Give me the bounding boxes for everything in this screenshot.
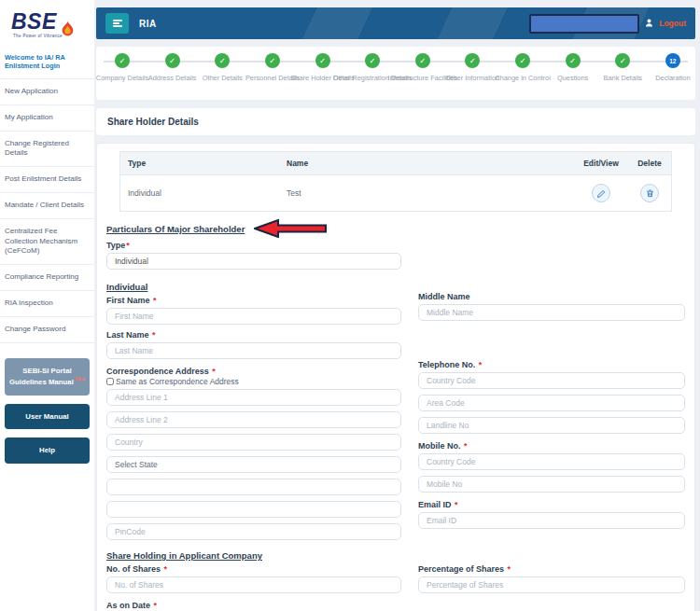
country-field[interactable] xyxy=(106,434,401,451)
logout-link[interactable]: Logout xyxy=(659,19,686,28)
col-header-type: Type xyxy=(120,152,279,174)
check-icon: ✓ xyxy=(315,53,330,68)
sidebar-item-my-application[interactable]: My Application xyxy=(0,105,94,132)
col-header-delete: Delete xyxy=(628,152,671,174)
step-number: 12 xyxy=(665,53,680,68)
pincode-field[interactable] xyxy=(106,523,401,540)
check-icon: ✓ xyxy=(615,53,630,68)
edit-button[interactable] xyxy=(592,184,610,202)
help-button[interactable]: Help xyxy=(5,437,90,464)
last-name-label: Last Name * xyxy=(106,330,401,340)
table-header-row: Type Name Edit/View Delete xyxy=(120,152,671,175)
check-icon: ✓ xyxy=(265,53,280,68)
type-label: Type* xyxy=(106,241,401,250)
sidebar-item-change-password[interactable]: Change Password xyxy=(0,317,94,343)
hamburger-icon xyxy=(113,18,122,28)
particulars-section-header: Particulars Of Major Shareholder xyxy=(106,224,245,234)
shareholder-table: Type Name Edit/View Delete Individual Te… xyxy=(119,151,672,212)
top-navbar: RIA Logout xyxy=(96,7,695,39)
tel-country-code-field[interactable] xyxy=(418,372,685,389)
no-of-shares-field[interactable] xyxy=(106,576,401,593)
telephone-label: Telephone No. * xyxy=(418,360,685,369)
email-field[interactable] xyxy=(418,512,685,529)
check-icon: ✓ xyxy=(465,53,480,68)
step-other-registration-details[interactable]: ✓Other Registration Details xyxy=(365,53,380,68)
sidebar-item-ria-inspection[interactable]: RIA Inspection xyxy=(0,291,94,317)
state-select[interactable] xyxy=(106,456,401,473)
check-icon: ✓ xyxy=(515,53,530,68)
sidebar-item-compliance-reporting[interactable]: Compliance Reporting xyxy=(0,265,94,291)
check-icon: ✓ xyxy=(165,53,180,68)
delete-button[interactable] xyxy=(640,184,659,202)
check-icon: ✓ xyxy=(365,53,380,68)
app-title: RIA xyxy=(139,19,157,29)
landline-field[interactable] xyxy=(418,417,685,434)
email-label: Email ID * xyxy=(418,500,685,509)
address-line1-field[interactable] xyxy=(106,389,401,406)
col-header-name: Name xyxy=(279,152,574,174)
step-share-holder-details[interactable]: ✓Share Holder Details xyxy=(315,53,330,68)
middle-name-field[interactable] xyxy=(418,304,685,321)
type-field[interactable] xyxy=(106,253,401,270)
step-infrastructure-facilities[interactable]: ✓Infrastructure Facilities xyxy=(415,53,430,68)
same-as-address-label: Same as Correspondence Address xyxy=(116,377,239,386)
username-box xyxy=(529,14,639,34)
user-icon xyxy=(644,15,654,32)
percentage-of-shares-label: Percentage of Shares * xyxy=(418,564,685,574)
bse-logo: BSE The Power of Vibrance xyxy=(0,0,94,40)
menu-toggle-button[interactable] xyxy=(105,13,129,34)
area-code-field[interactable] xyxy=(418,395,685,411)
step-company-details[interactable]: ✓Company Details xyxy=(115,53,130,68)
annotation-arrow xyxy=(254,219,327,238)
step-other-information[interactable]: ✓Other Information xyxy=(465,53,480,68)
progress-stepper: ✓Company Details ✓Address Details ✓Other… xyxy=(96,47,695,100)
step-address-details[interactable]: ✓Address Details xyxy=(165,53,180,68)
first-name-field[interactable] xyxy=(106,308,401,325)
step-bank-details[interactable]: ✓Bank Details xyxy=(615,53,630,68)
table-row: Individual Test xyxy=(120,175,671,211)
individual-section-header: Individual xyxy=(106,282,401,292)
flame-icon xyxy=(62,21,74,38)
first-name-label: First Name * xyxy=(106,296,401,305)
check-icon: ✓ xyxy=(566,53,581,68)
sidebar: BSE The Power of Vibrance Welcome to IA/… xyxy=(0,0,94,611)
no-of-shares-label: No. of Shares * xyxy=(106,564,401,574)
step-other-details[interactable]: ✓Other Details xyxy=(215,53,230,68)
mobile-number-field[interactable] xyxy=(418,476,685,493)
percentage-of-shares-field[interactable] xyxy=(418,576,685,593)
col-header-edit-view: Edit/View xyxy=(574,152,628,174)
address-line2-field[interactable] xyxy=(106,411,401,428)
mobile-label: Mobile No. * xyxy=(418,441,685,451)
address-extra-field-2[interactable] xyxy=(106,501,401,518)
sidebar-item-cefcom[interactable]: Centralized Fee Collection Mechanism (Ce… xyxy=(0,219,94,265)
app-window: BSE The Power of Vibrance Welcome to IA/… xyxy=(0,0,700,611)
pencil-icon xyxy=(596,188,607,199)
user-manual-button[interactable]: User Manual xyxy=(5,404,90,430)
sidebar-item-mandate-client-details[interactable]: Mandate / Client Details xyxy=(0,193,94,219)
same-as-address-checkbox[interactable] xyxy=(106,378,114,385)
step-personnel-details[interactable]: ✓Personnel Details xyxy=(265,53,280,68)
sidebar-buttons: SEBI-SI Portal Guidelines ManualNew User… xyxy=(0,343,94,479)
check-icon: ✓ xyxy=(115,53,130,68)
middle-name-label: Middle Name xyxy=(418,292,685,301)
new-badge: New xyxy=(76,376,85,382)
address-extra-field-1[interactable] xyxy=(106,479,401,495)
sidebar-item-new-application[interactable]: New Application xyxy=(0,79,94,105)
mobile-country-code-field[interactable] xyxy=(418,453,685,470)
step-change-in-control[interactable]: ✓Change in Control xyxy=(515,53,530,68)
check-icon: ✓ xyxy=(215,53,230,68)
sidebar-item-post-enlistment-details[interactable]: Post Enlistment Details xyxy=(0,167,94,193)
bse-logo-text: BSE xyxy=(11,11,57,33)
as-on-date-label: As on Date * xyxy=(106,601,401,610)
step-declaration[interactable]: 12Declaration xyxy=(665,53,680,68)
step-questions[interactable]: ✓Questions xyxy=(566,53,581,68)
welcome-text: Welcome to IA/ RA Enlistment Login xyxy=(0,40,94,79)
guidelines-manual-button[interactable]: SEBI-SI Portal Guidelines ManualNew xyxy=(5,358,90,396)
main-content: RIA Logout ✓Company Details ✓Address Det… xyxy=(96,0,695,611)
row-name: Test xyxy=(279,182,574,204)
last-name-field[interactable] xyxy=(106,342,401,359)
trash-icon xyxy=(645,188,655,199)
sidebar-item-change-registered-details[interactable]: Change Registered Details xyxy=(0,132,94,168)
correspondence-address-label: Correspondence Address * xyxy=(106,367,401,376)
row-type: Individual xyxy=(120,182,279,204)
